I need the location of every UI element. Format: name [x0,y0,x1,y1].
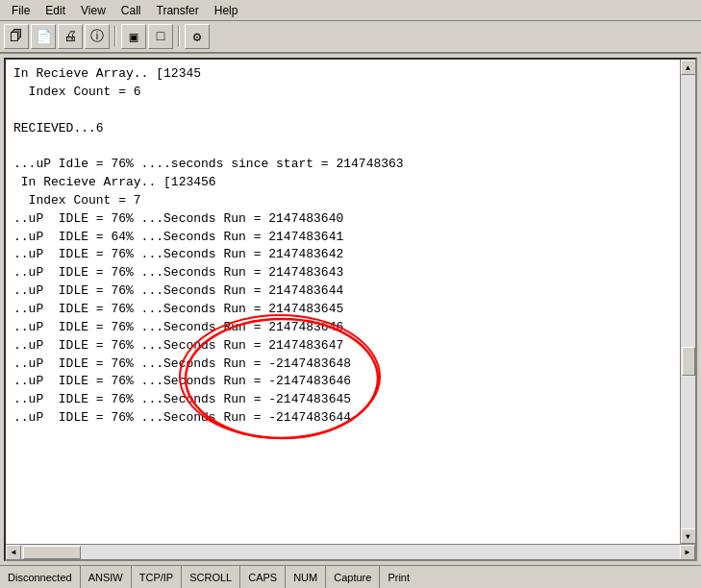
scroll-left-btn[interactable]: ◀ [6,545,21,560]
scrollbar-horizontal-wrapper: ◀ ▶ [6,544,695,559]
statusbar: Disconnected ANSIW TCP/IP SCROLL CAPS NU… [0,565,701,588]
toolbar-print[interactable]: 🖨 [58,24,83,49]
scroll-track-h[interactable] [21,545,680,560]
menu-transfer[interactable]: Transfer [149,2,207,19]
status-scroll: SCROLL [182,566,240,588]
menu-file[interactable]: File [4,2,38,19]
menu-call[interactable]: Call [113,2,149,19]
scroll-up-btn[interactable]: ▲ [681,60,696,75]
toolbar: 🗍 📄 🖨 ⓘ ▣ □ ⚙ [0,21,701,54]
menubar: File Edit View Call Transfer Help [0,0,701,21]
terminal-wrapper: In Recieve Array.. [12345 Index Count = … [0,54,701,565]
scroll-thumb-h[interactable] [23,546,81,559]
toolbar-compose1[interactable]: ▣ [121,24,146,49]
toolbar-separator-2 [178,26,180,47]
status-encoding: ANSIW [81,566,132,588]
scroll-thumb-v[interactable] [682,347,695,376]
status-print: Print [380,566,417,588]
menu-help[interactable]: Help [207,2,246,19]
status-num: NUM [286,566,326,588]
scroll-track-v[interactable] [681,75,696,528]
toolbar-info[interactable]: ⓘ [85,24,110,49]
terminal: In Recieve Array.. [12345 Index Count = … [4,58,697,561]
status-protocol: TCP/IP [132,566,182,588]
toolbar-separator-1 [114,26,116,47]
toolbar-settings[interactable]: ⚙ [185,24,210,49]
toolbar-compose2[interactable]: □ [148,24,173,49]
status-capture: Capture [326,566,380,588]
scroll-right-btn[interactable]: ▶ [680,545,695,560]
terminal-content[interactable]: In Recieve Array.. [12345 Index Count = … [6,60,680,544]
scroll-down-btn[interactable]: ▼ [681,528,696,544]
menu-view[interactable]: View [73,2,113,19]
toolbar-new[interactable]: 🗍 [4,24,29,49]
scrollbar-vertical[interactable]: ▲ ▼ [680,60,695,544]
status-connection: Disconnected [0,566,81,588]
status-caps: CAPS [240,566,286,588]
toolbar-open[interactable]: 📄 [31,24,56,49]
menu-edit[interactable]: Edit [38,2,73,19]
